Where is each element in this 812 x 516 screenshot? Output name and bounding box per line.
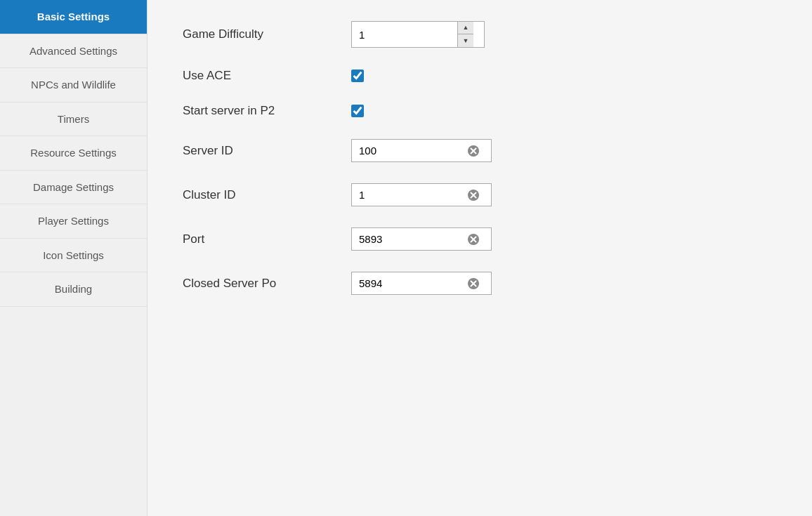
setting-row-start-server-p2: Start server in P2 xyxy=(183,104,777,118)
sidebar-item-timers[interactable]: Timers xyxy=(0,102,147,137)
clear-icon-closed-server-po xyxy=(467,277,480,290)
sidebar-item-advanced-settings[interactable]: Advanced Settings xyxy=(0,34,147,69)
spinner-up-game-difficulty[interactable]: ▲ xyxy=(458,22,473,34)
setting-label-port: Port xyxy=(183,232,351,246)
clear-button-closed-server-po[interactable] xyxy=(464,274,483,293)
setting-label-start-server-p2: Start server in P2 xyxy=(183,104,351,118)
main-content: Game Difficulty▲▼Use ACEStart server in … xyxy=(148,0,812,516)
setting-control-game-difficulty: ▲▼ xyxy=(351,21,485,48)
sidebar-item-damage-settings[interactable]: Damage Settings xyxy=(0,171,147,205)
setting-control-closed-server-po xyxy=(351,272,492,295)
checkbox-start-server-p2[interactable] xyxy=(351,105,364,117)
clear-icon-port xyxy=(467,233,480,246)
setting-label-use-ace: Use ACE xyxy=(183,69,351,83)
sidebar-item-resource-settings[interactable]: Resource Settings xyxy=(0,136,147,171)
clear-button-port[interactable] xyxy=(464,230,483,249)
setting-row-port: Port xyxy=(183,227,777,251)
setting-row-use-ace: Use ACE xyxy=(183,69,777,83)
text-input-closed-server-po[interactable] xyxy=(352,272,464,294)
spinner-down-game-difficulty[interactable]: ▼ xyxy=(458,34,473,47)
text-input-server-id[interactable] xyxy=(352,140,464,161)
setting-control-start-server-p2 xyxy=(351,105,364,117)
setting-row-server-id: Server ID xyxy=(183,139,777,162)
setting-label-game-difficulty: Game Difficulty xyxy=(183,27,351,41)
sidebar-item-basic-settings[interactable]: Basic Settings xyxy=(0,0,147,34)
clear-button-cluster-id[interactable] xyxy=(464,186,483,204)
setting-control-cluster-id xyxy=(351,183,492,206)
sidebar-item-icon-settings[interactable]: Icon Settings xyxy=(0,239,147,273)
sidebar-item-player-settings[interactable]: Player Settings xyxy=(0,204,147,239)
setting-row-closed-server-po: Closed Server Po xyxy=(183,272,777,295)
checkbox-use-ace[interactable] xyxy=(351,70,364,82)
setting-label-closed-server-po: Closed Server Po xyxy=(183,277,351,291)
setting-control-server-id xyxy=(351,139,492,162)
spinner-input-game-difficulty[interactable] xyxy=(352,22,457,47)
setting-row-game-difficulty: Game Difficulty▲▼ xyxy=(183,21,777,48)
sidebar: Basic SettingsAdvanced SettingsNPCs and … xyxy=(0,0,148,516)
clear-icon-cluster-id xyxy=(467,189,480,201)
setting-label-server-id: Server ID xyxy=(183,144,351,158)
setting-label-cluster-id: Cluster ID xyxy=(183,188,351,202)
clear-button-server-id[interactable] xyxy=(464,142,483,160)
setting-control-use-ace xyxy=(351,70,364,82)
text-input-port[interactable] xyxy=(352,228,464,250)
sidebar-item-npcs-wildlife[interactable]: NPCs and Wildlife xyxy=(0,68,147,102)
setting-control-port xyxy=(351,227,492,251)
setting-row-cluster-id: Cluster ID xyxy=(183,183,777,206)
sidebar-item-building[interactable]: Building xyxy=(0,272,147,307)
text-input-cluster-id[interactable] xyxy=(352,184,464,206)
clear-icon-server-id xyxy=(467,145,480,157)
